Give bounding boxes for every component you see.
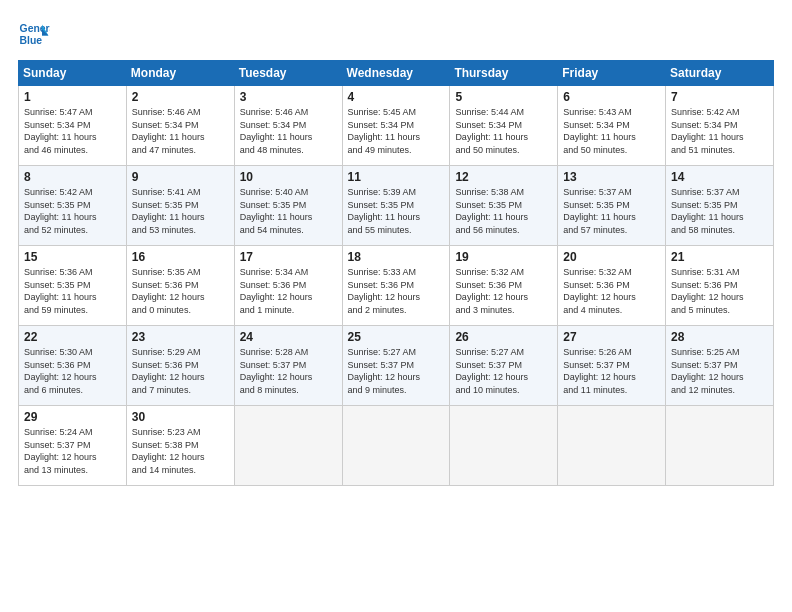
calendar-cell	[450, 406, 558, 486]
day-number: 25	[348, 330, 445, 344]
day-info: Sunrise: 5:37 AM Sunset: 5:35 PM Dayligh…	[563, 186, 660, 236]
calendar-cell: 9Sunrise: 5:41 AM Sunset: 5:35 PM Daylig…	[126, 166, 234, 246]
day-number: 28	[671, 330, 768, 344]
day-number: 17	[240, 250, 337, 264]
calendar-cell: 14Sunrise: 5:37 AM Sunset: 5:35 PM Dayli…	[666, 166, 774, 246]
day-number: 8	[24, 170, 121, 184]
day-number: 14	[671, 170, 768, 184]
calendar-cell: 5Sunrise: 5:44 AM Sunset: 5:34 PM Daylig…	[450, 86, 558, 166]
day-info: Sunrise: 5:37 AM Sunset: 5:35 PM Dayligh…	[671, 186, 768, 236]
calendar-cell: 20Sunrise: 5:32 AM Sunset: 5:36 PM Dayli…	[558, 246, 666, 326]
calendar-cell: 2Sunrise: 5:46 AM Sunset: 5:34 PM Daylig…	[126, 86, 234, 166]
day-info: Sunrise: 5:39 AM Sunset: 5:35 PM Dayligh…	[348, 186, 445, 236]
logo-icon: General Blue	[18, 18, 50, 50]
day-number: 11	[348, 170, 445, 184]
day-info: Sunrise: 5:45 AM Sunset: 5:34 PM Dayligh…	[348, 106, 445, 156]
calendar-cell: 10Sunrise: 5:40 AM Sunset: 5:35 PM Dayli…	[234, 166, 342, 246]
calendar-cell: 29Sunrise: 5:24 AM Sunset: 5:37 PM Dayli…	[19, 406, 127, 486]
day-number: 5	[455, 90, 552, 104]
calendar-cell: 27Sunrise: 5:26 AM Sunset: 5:37 PM Dayli…	[558, 326, 666, 406]
weekday-header-saturday: Saturday	[666, 61, 774, 86]
calendar-cell	[558, 406, 666, 486]
day-number: 13	[563, 170, 660, 184]
calendar-cell: 24Sunrise: 5:28 AM Sunset: 5:37 PM Dayli…	[234, 326, 342, 406]
calendar-cell: 17Sunrise: 5:34 AM Sunset: 5:36 PM Dayli…	[234, 246, 342, 326]
calendar-cell: 28Sunrise: 5:25 AM Sunset: 5:37 PM Dayli…	[666, 326, 774, 406]
calendar-cell: 6Sunrise: 5:43 AM Sunset: 5:34 PM Daylig…	[558, 86, 666, 166]
day-info: Sunrise: 5:34 AM Sunset: 5:36 PM Dayligh…	[240, 266, 337, 316]
calendar-cell: 15Sunrise: 5:36 AM Sunset: 5:35 PM Dayli…	[19, 246, 127, 326]
day-info: Sunrise: 5:46 AM Sunset: 5:34 PM Dayligh…	[240, 106, 337, 156]
day-number: 4	[348, 90, 445, 104]
day-number: 3	[240, 90, 337, 104]
calendar-cell	[234, 406, 342, 486]
calendar-cell: 16Sunrise: 5:35 AM Sunset: 5:36 PM Dayli…	[126, 246, 234, 326]
calendar-cell: 23Sunrise: 5:29 AM Sunset: 5:36 PM Dayli…	[126, 326, 234, 406]
day-info: Sunrise: 5:23 AM Sunset: 5:38 PM Dayligh…	[132, 426, 229, 476]
day-info: Sunrise: 5:46 AM Sunset: 5:34 PM Dayligh…	[132, 106, 229, 156]
day-number: 26	[455, 330, 552, 344]
svg-text:Blue: Blue	[20, 35, 43, 46]
day-info: Sunrise: 5:42 AM Sunset: 5:34 PM Dayligh…	[671, 106, 768, 156]
calendar-cell: 30Sunrise: 5:23 AM Sunset: 5:38 PM Dayli…	[126, 406, 234, 486]
weekday-header-monday: Monday	[126, 61, 234, 86]
day-info: Sunrise: 5:29 AM Sunset: 5:36 PM Dayligh…	[132, 346, 229, 396]
day-number: 22	[24, 330, 121, 344]
day-number: 24	[240, 330, 337, 344]
calendar-cell: 22Sunrise: 5:30 AM Sunset: 5:36 PM Dayli…	[19, 326, 127, 406]
day-info: Sunrise: 5:38 AM Sunset: 5:35 PM Dayligh…	[455, 186, 552, 236]
day-info: Sunrise: 5:44 AM Sunset: 5:34 PM Dayligh…	[455, 106, 552, 156]
calendar-cell: 26Sunrise: 5:27 AM Sunset: 5:37 PM Dayli…	[450, 326, 558, 406]
day-info: Sunrise: 5:43 AM Sunset: 5:34 PM Dayligh…	[563, 106, 660, 156]
day-number: 30	[132, 410, 229, 424]
day-number: 27	[563, 330, 660, 344]
calendar-cell: 18Sunrise: 5:33 AM Sunset: 5:36 PM Dayli…	[342, 246, 450, 326]
calendar-cell: 25Sunrise: 5:27 AM Sunset: 5:37 PM Dayli…	[342, 326, 450, 406]
day-number: 29	[24, 410, 121, 424]
day-number: 21	[671, 250, 768, 264]
day-number: 18	[348, 250, 445, 264]
calendar-cell: 1Sunrise: 5:47 AM Sunset: 5:34 PM Daylig…	[19, 86, 127, 166]
day-info: Sunrise: 5:35 AM Sunset: 5:36 PM Dayligh…	[132, 266, 229, 316]
day-number: 15	[24, 250, 121, 264]
calendar-cell: 8Sunrise: 5:42 AM Sunset: 5:35 PM Daylig…	[19, 166, 127, 246]
logo: General Blue	[18, 18, 50, 50]
calendar-cell: 19Sunrise: 5:32 AM Sunset: 5:36 PM Dayli…	[450, 246, 558, 326]
weekday-header-wednesday: Wednesday	[342, 61, 450, 86]
day-info: Sunrise: 5:32 AM Sunset: 5:36 PM Dayligh…	[563, 266, 660, 316]
calendar-cell: 21Sunrise: 5:31 AM Sunset: 5:36 PM Dayli…	[666, 246, 774, 326]
day-info: Sunrise: 5:41 AM Sunset: 5:35 PM Dayligh…	[132, 186, 229, 236]
page-header: General Blue	[18, 18, 774, 50]
day-info: Sunrise: 5:28 AM Sunset: 5:37 PM Dayligh…	[240, 346, 337, 396]
day-number: 12	[455, 170, 552, 184]
day-info: Sunrise: 5:27 AM Sunset: 5:37 PM Dayligh…	[348, 346, 445, 396]
day-info: Sunrise: 5:40 AM Sunset: 5:35 PM Dayligh…	[240, 186, 337, 236]
day-number: 9	[132, 170, 229, 184]
day-info: Sunrise: 5:25 AM Sunset: 5:37 PM Dayligh…	[671, 346, 768, 396]
day-number: 20	[563, 250, 660, 264]
day-info: Sunrise: 5:27 AM Sunset: 5:37 PM Dayligh…	[455, 346, 552, 396]
day-info: Sunrise: 5:36 AM Sunset: 5:35 PM Dayligh…	[24, 266, 121, 316]
weekday-header-tuesday: Tuesday	[234, 61, 342, 86]
day-info: Sunrise: 5:32 AM Sunset: 5:36 PM Dayligh…	[455, 266, 552, 316]
day-info: Sunrise: 5:33 AM Sunset: 5:36 PM Dayligh…	[348, 266, 445, 316]
calendar-table: SundayMondayTuesdayWednesdayThursdayFrid…	[18, 60, 774, 486]
calendar-cell: 13Sunrise: 5:37 AM Sunset: 5:35 PM Dayli…	[558, 166, 666, 246]
calendar-cell: 11Sunrise: 5:39 AM Sunset: 5:35 PM Dayli…	[342, 166, 450, 246]
day-info: Sunrise: 5:31 AM Sunset: 5:36 PM Dayligh…	[671, 266, 768, 316]
weekday-header-sunday: Sunday	[19, 61, 127, 86]
day-number: 2	[132, 90, 229, 104]
day-info: Sunrise: 5:30 AM Sunset: 5:36 PM Dayligh…	[24, 346, 121, 396]
calendar-cell	[666, 406, 774, 486]
day-number: 19	[455, 250, 552, 264]
day-number: 6	[563, 90, 660, 104]
day-info: Sunrise: 5:42 AM Sunset: 5:35 PM Dayligh…	[24, 186, 121, 236]
calendar-cell: 4Sunrise: 5:45 AM Sunset: 5:34 PM Daylig…	[342, 86, 450, 166]
calendar-cell: 12Sunrise: 5:38 AM Sunset: 5:35 PM Dayli…	[450, 166, 558, 246]
calendar-cell	[342, 406, 450, 486]
day-info: Sunrise: 5:26 AM Sunset: 5:37 PM Dayligh…	[563, 346, 660, 396]
day-number: 23	[132, 330, 229, 344]
day-number: 16	[132, 250, 229, 264]
calendar-cell: 7Sunrise: 5:42 AM Sunset: 5:34 PM Daylig…	[666, 86, 774, 166]
day-number: 7	[671, 90, 768, 104]
